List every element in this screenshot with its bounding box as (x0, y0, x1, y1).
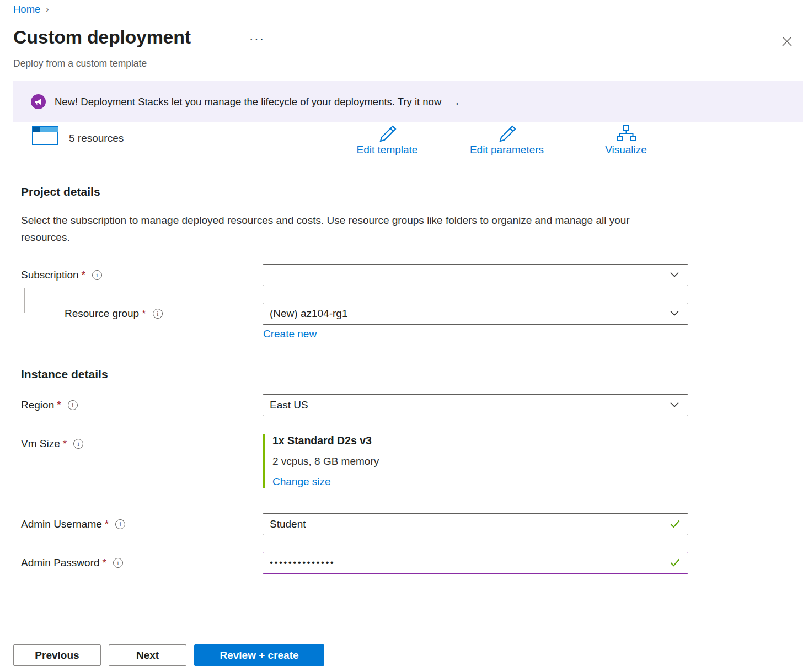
chevron-down-icon (670, 402, 679, 407)
next-button[interactable]: Next (109, 644, 186, 666)
info-icon[interactable] (115, 519, 125, 529)
pencil-icon (377, 125, 397, 142)
admin-username-value: Student (270, 518, 306, 530)
resource-group-dropdown[interactable]: (New) az104-rg1 (263, 303, 688, 325)
resource-group-label: Resource group (65, 308, 139, 320)
required-marker: * (63, 438, 67, 450)
arrow-right-icon[interactable]: → (449, 95, 461, 109)
required-marker: * (142, 308, 146, 320)
vm-size-title: 1x Standard D2s v3 (272, 434, 379, 447)
subscription-label-row: Subscription * (21, 269, 102, 281)
close-icon (781, 36, 793, 47)
info-icon[interactable] (68, 400, 78, 410)
breadcrumb: Home › (13, 3, 49, 15)
change-size-link[interactable]: Change size (272, 476, 331, 488)
admin-password-label-row: Admin Password * (21, 557, 123, 569)
review-create-button[interactable]: Review + create (194, 644, 324, 666)
chevron-down-icon (670, 272, 679, 277)
info-icon[interactable] (113, 558, 123, 568)
breadcrumb-chevron-icon: › (46, 4, 49, 14)
deployment-stacks-banner: New! Deployment Stacks let you manage th… (13, 81, 803, 122)
checkmark-icon (670, 520, 680, 528)
vm-size-label: Vm Size (21, 438, 60, 450)
resource-group-label-row: Resource group * (65, 308, 163, 320)
custom-deployment-page: Home › Custom deployment ··· Deploy from… (0, 0, 803, 672)
region-label: Region (21, 399, 54, 411)
megaphone-icon (31, 94, 46, 109)
edit-template-button[interactable]: Edit template (338, 125, 437, 156)
instance-details-heading: Instance details (21, 368, 108, 381)
admin-password-label: Admin Password (21, 557, 100, 569)
checkmark-icon (670, 558, 680, 567)
breadcrumb-home-link[interactable]: Home (13, 3, 40, 15)
template-icon (32, 126, 58, 148)
visualize-label: Visualize (605, 144, 647, 156)
flowchart-icon (616, 125, 636, 142)
project-details-heading: Project details (21, 185, 100, 198)
region-dropdown[interactable]: East US (263, 394, 688, 416)
pencil-icon (497, 125, 517, 142)
required-marker: * (103, 557, 106, 569)
resource-group-value: (New) az104-rg1 (270, 308, 348, 320)
project-details-description: Select the subscription to manage deploy… (21, 212, 661, 246)
subscription-label: Subscription (21, 269, 79, 281)
admin-username-label: Admin Username (21, 518, 102, 530)
page-subtitle: Deploy from a custom template (13, 58, 147, 69)
required-marker: * (82, 269, 85, 281)
info-icon[interactable] (73, 439, 83, 449)
more-options-icon[interactable]: ··· (249, 32, 265, 46)
required-marker: * (57, 399, 61, 411)
create-new-link[interactable]: Create new (263, 328, 317, 340)
admin-username-label-row: Admin Username * (21, 518, 125, 530)
edit-parameters-button[interactable]: Edit parameters (457, 125, 556, 156)
required-marker: * (105, 518, 109, 530)
chevron-down-icon (670, 310, 679, 316)
page-title: Custom deployment (13, 26, 191, 48)
admin-password-value: •••••••••••••• (270, 557, 335, 568)
info-icon[interactable] (92, 270, 102, 280)
close-button[interactable] (779, 33, 795, 50)
info-icon[interactable] (153, 309, 163, 319)
subscription-dropdown[interactable] (263, 264, 688, 286)
admin-password-input[interactable]: •••••••••••••• (263, 552, 688, 574)
banner-message: New! Deployment Stacks let you manage th… (55, 96, 441, 108)
vm-size-summary: 1x Standard D2s v3 2 vcpus, 8 GB memory … (263, 434, 379, 488)
vm-size-specs: 2 vcpus, 8 GB memory (272, 455, 379, 467)
vm-size-label-row: Vm Size * (21, 438, 83, 450)
region-value: East US (270, 399, 308, 411)
edit-template-label: Edit template (357, 144, 418, 156)
edit-parameters-label: Edit parameters (470, 144, 544, 156)
previous-button[interactable]: Previous (13, 644, 101, 666)
resource-group-connector (24, 288, 56, 313)
resources-count: 5 resources (69, 132, 124, 144)
visualize-button[interactable]: Visualize (576, 125, 676, 156)
admin-username-input[interactable]: Student (263, 513, 688, 535)
region-label-row: Region * (21, 399, 78, 411)
